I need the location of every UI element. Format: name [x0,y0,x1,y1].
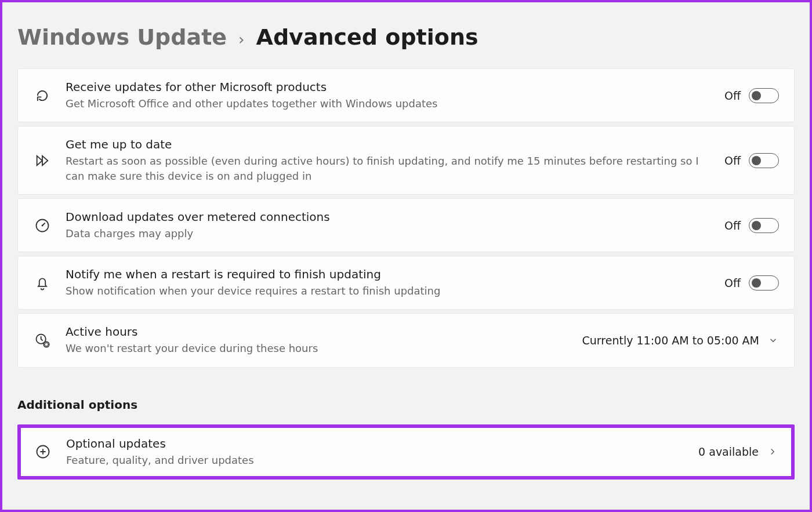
setting-get-me-up-to-date[interactable]: Get me up to date Restart as soon as pos… [17,126,795,195]
clock-gear-icon [33,331,52,350]
toggle-state-label: Off [724,154,741,167]
annotation-highlight: Optional updates Feature, quality, and d… [17,424,795,480]
chevron-right-icon [767,446,778,457]
fast-forward-icon [33,151,52,170]
bell-icon [33,274,52,292]
setting-value: Currently 11:00 AM to 05:00 AM [582,334,759,347]
setting-title: Optional updates [66,436,687,452]
gauge-icon [33,216,52,235]
breadcrumb-current: Advanced options [256,24,478,50]
plus-circle-icon [34,442,52,461]
toggle-state-label: Off [724,89,741,102]
setting-active-hours[interactable]: Active hours We won't restart your devic… [17,313,795,367]
toggle-switch[interactable] [749,275,779,291]
setting-notify-restart[interactable]: Notify me when a restart is required to … [17,256,795,310]
breadcrumb: Windows Update › Advanced options [17,24,795,50]
setting-title: Get me up to date [66,137,713,152]
sync-icon [33,86,52,105]
setting-desc: Show notification when your device requi… [66,284,713,299]
setting-title: Receive updates for other Microsoft prod… [66,79,713,95]
setting-desc: Data charges may apply [66,226,713,241]
breadcrumb-parent[interactable]: Windows Update [17,24,227,50]
setting-title: Download updates over metered connection… [66,209,713,225]
toggle-state-label: Off [724,277,741,289]
setting-metered-connections[interactable]: Download updates over metered connection… [17,198,795,252]
toggle-switch[interactable] [749,153,779,168]
section-additional-options: Additional options [17,398,795,412]
toggle-state-label: Off [724,219,741,232]
chevron-right-icon: › [238,31,244,48]
chevron-down-icon [767,335,779,346]
setting-desc: We won't restart your device during thes… [66,341,571,356]
toggle-switch[interactable] [749,218,779,233]
svg-point-1 [42,224,44,226]
setting-desc: Restart as soon as possible (even during… [66,154,713,184]
setting-desc: Feature, quality, and driver updates [66,453,687,468]
setting-title: Notify me when a restart is required to … [66,267,713,282]
setting-value: 0 available [698,445,759,458]
setting-receive-other-products[interactable]: Receive updates for other Microsoft prod… [17,68,795,122]
setting-optional-updates[interactable]: Optional updates Feature, quality, and d… [21,428,791,476]
toggle-switch[interactable] [749,88,779,103]
setting-desc: Get Microsoft Office and other updates t… [66,96,713,111]
setting-title: Active hours [66,324,571,340]
